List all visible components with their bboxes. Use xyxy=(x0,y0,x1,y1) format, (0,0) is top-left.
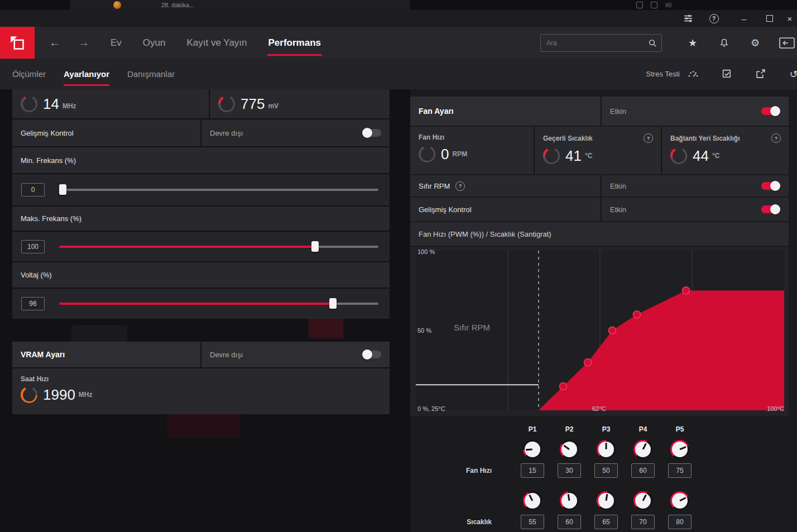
knob-needle xyxy=(529,495,533,501)
advanced-control-toggle[interactable] xyxy=(362,129,381,137)
fan-curve-chart-area: 100 % 50 % 0 %, 25°C 62°C 100°C Sıfır RP… xyxy=(410,247,789,416)
fan-speed-value-P2[interactable]: 30 xyxy=(558,463,581,478)
fan-speed-knob-P5[interactable] xyxy=(670,440,689,459)
fan-state-cell: Etkin xyxy=(601,97,789,126)
nav-item-performance[interactable]: Performans xyxy=(268,27,321,59)
max-frequency-value-box[interactable]: 100 xyxy=(21,240,45,253)
minimize-button[interactable]: – xyxy=(731,10,757,27)
vram-state: Devre dışı xyxy=(201,351,243,359)
min-frequency-slider-thumb[interactable] xyxy=(59,184,66,195)
fan-speed-value-P3[interactable]: 50 xyxy=(594,463,618,478)
junction-temp-value: 44 xyxy=(693,147,709,165)
vram-state-cell: Devre dışı xyxy=(200,342,390,367)
fan-speed-value-P5[interactable]: 75 xyxy=(668,463,692,478)
close-button[interactable]: × xyxy=(782,10,797,27)
search-box[interactable] xyxy=(540,34,662,52)
search-icon xyxy=(648,39,657,47)
fan-speed-gauge xyxy=(419,146,435,162)
temperature-knob-P5[interactable] xyxy=(670,491,689,510)
favorites-star-icon[interactable]: ★ xyxy=(685,36,700,50)
fan-curve-point-P1[interactable] xyxy=(560,383,567,390)
nav-item-home[interactable]: Ev xyxy=(111,27,122,59)
temperature-value-P3[interactable]: 65 xyxy=(594,515,618,529)
stress-gauge-icon xyxy=(686,68,700,81)
min-frequency-label: Min. Frekans (%) xyxy=(12,156,76,165)
profile-panel-icon[interactable] xyxy=(778,36,797,50)
nav-item-record-stream[interactable]: Kayıt ve Yayın xyxy=(186,27,247,59)
temperature-knob-P2[interactable] xyxy=(560,491,579,510)
junction-temp-help-icon[interactable]: ? xyxy=(771,133,781,143)
fan-curve-point-P2[interactable] xyxy=(584,359,592,366)
stress-test-control[interactable]: Stres Testi xyxy=(646,68,700,81)
notifications-bell-icon[interactable] xyxy=(717,36,731,50)
vram-title: VRAM Ayarı xyxy=(12,350,65,359)
vram-clock-value: 1990 xyxy=(43,386,75,404)
fan-curve-point-P4[interactable] xyxy=(633,311,641,318)
zero-rpm-state-cell: Etkin xyxy=(601,175,789,196)
reset-icon[interactable]: ↺ xyxy=(787,68,797,81)
fan-curve-point-P5[interactable] xyxy=(683,287,690,294)
vram-toggle[interactable] xyxy=(362,351,381,358)
fan-speed-value: 0 xyxy=(441,146,449,163)
temperature-value-P4[interactable]: 70 xyxy=(631,515,655,529)
fan-speed-knob-P4[interactable] xyxy=(633,440,652,459)
advanced-control-state: Devre dışı xyxy=(201,129,243,137)
max-frequency-slider[interactable] xyxy=(59,246,378,248)
current-temp-help-icon[interactable]: ? xyxy=(644,133,653,143)
amd-logo[interactable] xyxy=(0,27,35,59)
tab-advisors[interactable]: Danışmanlar xyxy=(127,59,175,89)
current-temp-gauge xyxy=(543,147,560,164)
auto-tuning-check-icon[interactable] xyxy=(720,68,733,81)
zero-rpm-help-icon[interactable]: ? xyxy=(455,181,465,191)
zero-rpm-toggle[interactable] xyxy=(761,182,780,190)
fan-curve-point-P3[interactable] xyxy=(609,327,616,334)
fan-toggle[interactable] xyxy=(761,107,780,115)
temperature-knob-P3[interactable] xyxy=(597,491,616,510)
curve-point-header-P2: P2 xyxy=(551,422,588,437)
export-profile-icon[interactable] xyxy=(753,68,767,81)
settings-gear-icon[interactable]: ⚙ xyxy=(748,36,762,50)
tuning-icon[interactable] xyxy=(675,10,701,27)
temperature-knob-P4[interactable] xyxy=(633,491,652,510)
help-button[interactable]: ? xyxy=(701,10,727,27)
stress-test-label: Stres Testi xyxy=(646,70,680,78)
nav-item-gaming[interactable]: Oyun xyxy=(143,27,166,59)
temperature-knob-P1[interactable] xyxy=(523,491,542,510)
fan-speed-value-P4[interactable]: 60 xyxy=(631,463,655,478)
maximize-button[interactable] xyxy=(757,10,782,27)
curve-point-header-P4: P4 xyxy=(625,422,661,437)
voltage-slider-thumb[interactable] xyxy=(329,298,337,309)
junction-temp-stat: Bağlantı Yeri Sıcaklığı ? 44 °C xyxy=(661,127,789,174)
voltage-pct-label: Voltaj (%) xyxy=(12,271,52,279)
temperature-value-P1[interactable]: 55 xyxy=(521,515,544,529)
max-frequency-label: Maks. Frekans (%) xyxy=(12,214,81,223)
fan-advanced-toggle[interactable] xyxy=(761,205,780,213)
temperature-value-P5[interactable]: 80 xyxy=(668,515,692,529)
current-temp-label: Geçerli Sıcaklık xyxy=(535,135,593,142)
tab-tuning[interactable]: Ayarlanıyor xyxy=(64,59,109,89)
search-input[interactable] xyxy=(545,39,648,47)
voltage-slider[interactable] xyxy=(59,303,378,305)
curve-point-header-P1: P1 xyxy=(514,422,551,437)
voltage-unit: mV xyxy=(268,102,279,110)
temperature-value-P2[interactable]: 60 xyxy=(558,515,581,529)
voltage-value-box[interactable]: 96 xyxy=(21,297,45,310)
tab-metrics[interactable]: Ölçümler xyxy=(12,59,46,89)
fan-speed-knob-P3[interactable] xyxy=(597,440,616,459)
min-frequency-slider[interactable] xyxy=(59,189,378,191)
vram-clock-unit: MHz xyxy=(79,391,93,399)
panel-arrow-icon xyxy=(779,37,796,49)
fan-speed-stat: Fan Hızı 0 RPM xyxy=(410,127,534,174)
fan-speed-value-P1[interactable]: 15 xyxy=(521,463,544,478)
knob-needle xyxy=(679,446,686,450)
junction-temp-label: Bağlantı Yeri Sıcaklığı xyxy=(662,135,740,142)
temperature-row-label: Sıcaklık xyxy=(410,514,514,530)
min-frequency-value-box[interactable]: 0 xyxy=(21,183,45,196)
forward-arrow-icon[interactable]: → xyxy=(78,36,89,49)
max-frequency-slider-thumb[interactable] xyxy=(311,241,319,252)
vram-clock-cell: Saat Hızı 1990 MHz xyxy=(12,368,390,414)
fan-speed-knob-P2[interactable] xyxy=(560,440,579,459)
back-arrow-icon[interactable]: ← xyxy=(49,36,60,49)
fan-speed-knob-P1[interactable] xyxy=(523,440,542,459)
advanced-control-label: Gelişmiş Kontrol xyxy=(12,129,74,137)
